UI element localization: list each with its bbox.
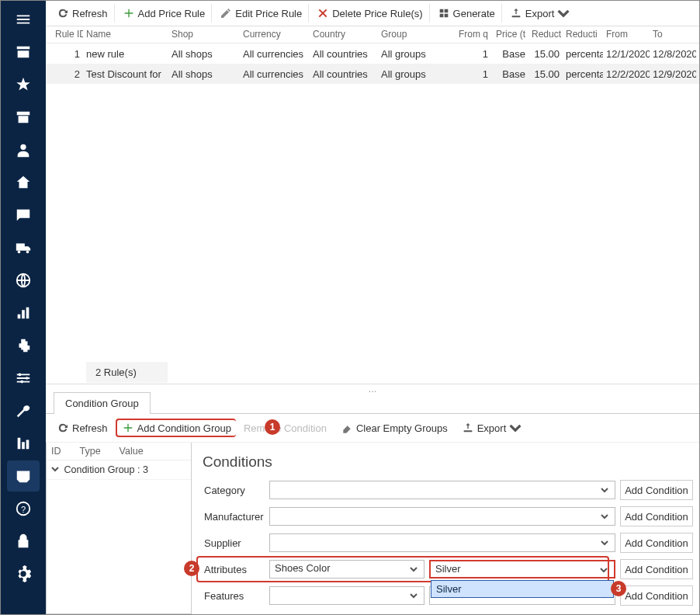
table-row[interactable]: 1 new rule All shops All currencies All … xyxy=(46,43,699,64)
plus-icon xyxy=(122,422,134,434)
manufacturer-select[interactable] xyxy=(269,507,615,526)
col-reduct-type[interactable]: Reducti xyxy=(563,26,603,43)
cell-redt: percenta xyxy=(563,46,603,62)
add-condition-attributes-button[interactable]: Add Condition xyxy=(620,559,693,579)
chat-icon[interactable] xyxy=(7,200,40,231)
col-from[interactable]: From xyxy=(603,26,650,43)
refresh-icon xyxy=(57,7,69,19)
col-group[interactable]: Group xyxy=(378,26,452,43)
col-rule-id[interactable]: Rule ID xyxy=(52,26,83,43)
tree-group-row[interactable]: Condition Group : 3 xyxy=(47,460,191,479)
truck-icon[interactable] xyxy=(7,232,40,263)
attributes-value-select[interactable]: Silver Silver xyxy=(429,560,615,579)
x-icon xyxy=(317,7,329,19)
add-condition-features-button[interactable]: Add Condition xyxy=(620,585,693,606)
sliders-icon[interactable] xyxy=(7,363,40,394)
col-to[interactable]: To xyxy=(650,26,696,43)
tree-col-type[interactable]: Type xyxy=(80,446,120,457)
condition-tree: ID Type Value Condition Group : 3 xyxy=(46,443,192,614)
cell-ctry: All countries xyxy=(310,46,378,62)
add-price-rule-button[interactable]: Add Price Rule xyxy=(116,4,213,23)
plus-icon xyxy=(123,7,135,19)
chevron-down-icon xyxy=(51,465,59,473)
col-currency[interactable]: Currency xyxy=(240,26,310,43)
attributes-value2: Silver xyxy=(435,563,461,575)
add-condition-group-button[interactable]: Add Condition Group xyxy=(116,419,236,437)
grid-header: Rule ID Name Shop Currency Country Group… xyxy=(46,26,699,43)
clear-empty-groups-button[interactable]: Clear Empty Groups xyxy=(334,419,454,437)
chevron-down-icon xyxy=(410,590,421,601)
refresh-label: Refresh xyxy=(72,422,108,434)
export-icon xyxy=(462,422,474,434)
refresh-icon xyxy=(57,422,69,434)
col-price[interactable]: Price (t xyxy=(491,26,528,43)
home-icon[interactable] xyxy=(7,167,40,198)
globe-icon[interactable] xyxy=(7,265,40,296)
split-handle[interactable]: … xyxy=(46,384,699,391)
cell-grp: All groups xyxy=(378,46,452,62)
cond-label-attributes: Attributes xyxy=(203,564,265,575)
cell-price: Base xyxy=(491,46,528,62)
svg-text:?: ? xyxy=(21,505,26,514)
add-label: Add Price Rule xyxy=(138,8,206,19)
col-shop[interactable]: Shop xyxy=(168,26,240,43)
lock-icon[interactable] xyxy=(7,526,40,557)
chevron-down-icon xyxy=(509,422,522,434)
export-button[interactable]: Export xyxy=(504,4,577,23)
price-rules-grid: Rule ID Name Shop Currency Country Group… xyxy=(46,26,699,384)
export-icon xyxy=(510,7,522,19)
remove-label: Remove Condition xyxy=(244,422,327,434)
cond-label-features: Features xyxy=(203,590,265,602)
refresh-conditions-button[interactable]: Refresh xyxy=(50,419,114,437)
cond-row-attributes: 2 Attributes Shoes Color Silver Silver A… xyxy=(203,559,693,579)
svg-point-5 xyxy=(20,380,23,384)
col-country[interactable]: Country xyxy=(310,26,378,43)
cell-to: 12/8/2020 xyxy=(650,46,696,62)
add-condition-supplier-button[interactable]: Add Condition xyxy=(620,533,693,553)
category-select[interactable] xyxy=(269,481,615,499)
plugin-icon[interactable] xyxy=(7,330,40,361)
tab-condition-group[interactable]: Condition Group xyxy=(54,392,151,414)
chevron-down-icon xyxy=(601,511,612,522)
chevron-down-icon xyxy=(601,485,612,495)
gear-icon[interactable] xyxy=(7,558,40,589)
person-icon[interactable] xyxy=(7,134,40,165)
archive-icon[interactable] xyxy=(7,102,40,133)
attributes-select[interactable]: Shoes Color xyxy=(269,560,425,579)
cell-shop: All shops xyxy=(168,66,240,82)
cell-from: 12/2/2020 xyxy=(603,66,650,82)
col-reduct[interactable]: Reduct xyxy=(528,26,563,43)
dropdown-option-silver[interactable]: Silver xyxy=(431,581,613,597)
help-icon[interactable]: ? xyxy=(7,493,40,524)
refresh-button[interactable]: Refresh xyxy=(50,4,115,23)
add-condition-category-button[interactable]: Add Condition xyxy=(620,480,693,500)
star-icon[interactable] xyxy=(7,69,40,100)
clear-label: Clear Empty Groups xyxy=(356,422,448,434)
eraser-icon xyxy=(341,422,353,434)
col-name[interactable]: Name xyxy=(83,26,168,43)
svg-point-3 xyxy=(19,374,22,377)
col-from-qty[interactable]: From q xyxy=(452,26,491,43)
remove-condition-button[interactable]: Remove Condition xyxy=(237,419,333,437)
tree-col-value[interactable]: Value xyxy=(120,446,162,457)
menu-icon[interactable] xyxy=(7,4,40,35)
tree-col-id[interactable]: ID xyxy=(51,446,80,457)
wrench-icon[interactable] xyxy=(7,395,40,426)
table-row[interactable]: 2 Test Discount for All shops All curren… xyxy=(46,64,699,84)
generate-button[interactable]: Generate xyxy=(431,4,502,23)
delete-price-rule-button[interactable]: Delete Price Rule(s) xyxy=(310,4,429,23)
bar-chart-icon[interactable] xyxy=(7,297,40,328)
delete-label: Delete Price Rule(s) xyxy=(332,8,422,19)
cell-price: Base xyxy=(491,66,528,82)
add-condition-manufacturer-button[interactable]: Add Condition xyxy=(620,506,693,526)
sidebar: ? xyxy=(1,1,46,614)
store-icon[interactable] xyxy=(7,36,40,68)
export-conditions-button[interactable]: Export xyxy=(456,419,528,437)
chevron-down-icon xyxy=(600,565,611,575)
features-select[interactable] xyxy=(269,586,425,605)
inbox-icon[interactable] xyxy=(7,460,40,492)
edit-price-rule-button[interactable]: Edit Price Rule xyxy=(213,4,309,23)
supplier-select[interactable] xyxy=(269,533,615,552)
stats-icon[interactable] xyxy=(7,428,40,459)
tree-empty-row xyxy=(47,479,191,496)
